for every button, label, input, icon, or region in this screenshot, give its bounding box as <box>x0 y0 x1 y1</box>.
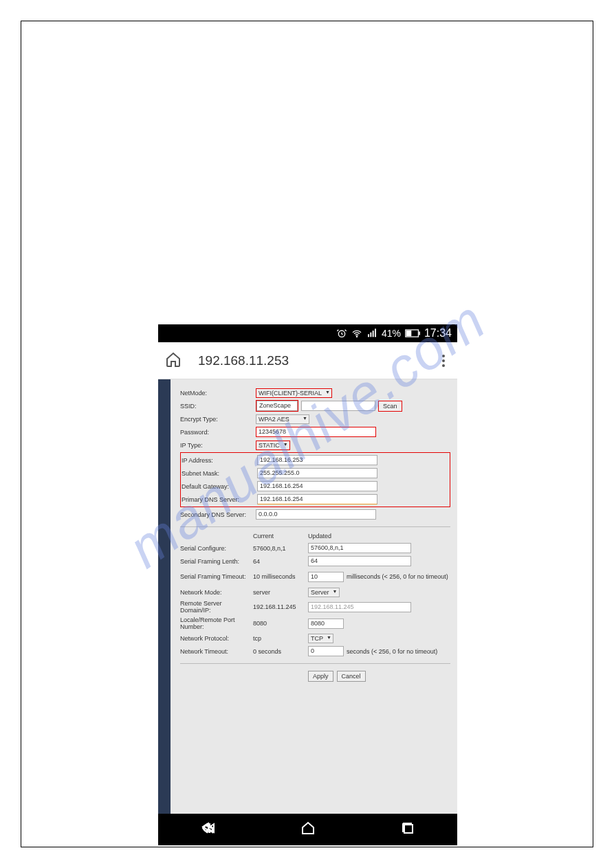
menu-icon[interactable] <box>437 355 450 367</box>
serial-timeout-current: 10 milliseconds <box>253 573 308 580</box>
serial-framing-label: Serial Framing Lenth: <box>180 558 253 565</box>
port-label: Locale/Remote Port Number: <box>180 616 253 630</box>
port-current: 8080 <box>253 620 308 627</box>
dns1-label: Primary DNS Server: <box>182 496 254 503</box>
protocol-label: Network Protocol: <box>180 635 253 642</box>
svg-rect-2 <box>368 334 369 337</box>
svg-point-1 <box>356 336 357 337</box>
phone-frame: 41% 17:34 192.168.11.253 NetMode: WIFI(C… <box>158 324 457 845</box>
serial-framing-current: 64 <box>253 558 308 565</box>
encrypt-label: Encrypt Type: <box>180 416 253 423</box>
gateway-label: Default Gateway: <box>182 483 254 490</box>
password-input[interactable]: 12345678 <box>256 427 376 437</box>
netmode2-current: server <box>253 589 308 596</box>
protocol-select[interactable]: TCP <box>308 634 333 643</box>
iptype-label: IP Type: <box>180 442 253 449</box>
password-label: Password: <box>180 429 253 436</box>
col-updated: Updated <box>308 533 450 539</box>
svg-rect-5 <box>375 329 376 337</box>
netmode-label: NetMode: <box>180 390 253 397</box>
dns1-input[interactable]: 192.168.16.254 <box>257 494 377 504</box>
col-current: Current <box>253 533 308 539</box>
scan-button[interactable]: Scan <box>378 401 402 412</box>
protocol-current: tcp <box>253 635 308 642</box>
port-input[interactable]: 8080 <box>308 619 344 629</box>
ipaddr-input[interactable]: 192.168.16.253 <box>257 455 377 465</box>
dns2-input[interactable]: 0.0.0.0 <box>256 509 376 520</box>
battery-percent: 41% <box>382 328 401 339</box>
svg-rect-7 <box>406 331 412 336</box>
ipaddr-label: IP Address: <box>182 457 254 464</box>
cancel-button[interactable]: Cancel <box>337 671 366 682</box>
back-icon[interactable] <box>200 820 217 839</box>
remote-input[interactable]: 192.168.11.245 <box>308 602 411 612</box>
serial-timeout-label: Serial Framing Timeout: <box>180 573 253 580</box>
gateway-input[interactable]: 192.168.16.254 <box>257 481 377 491</box>
nettimeout-label: Network Timeout: <box>180 648 253 655</box>
serial-timeout-input[interactable]: 10 <box>308 572 344 582</box>
subnet-input[interactable]: 255.255.255.0 <box>257 468 377 478</box>
svg-rect-8 <box>419 331 420 335</box>
apply-button[interactable]: Apply <box>308 671 333 682</box>
svg-rect-3 <box>370 333 371 337</box>
serial-configure-label: Serial Configure: <box>180 545 253 552</box>
status-bar: 41% 17:34 <box>158 324 457 342</box>
home-icon[interactable] <box>165 351 182 370</box>
config-form: NetMode: WIFI(CLIENT)-SERIAL SSID: ZoneS… <box>171 379 457 814</box>
recent-apps-icon[interactable] <box>399 820 416 839</box>
url-input[interactable]: 192.168.11.253 <box>190 348 428 374</box>
encrypt-select[interactable]: WPA2 AES <box>256 414 309 424</box>
serial-configure-current: 57600,8,n,1 <box>253 545 308 552</box>
remote-label: Remote Server Domain/IP: <box>180 600 253 614</box>
wifi-icon <box>351 328 362 339</box>
dns2-label: Secondary DNS Server: <box>180 511 253 518</box>
left-sidebar <box>158 379 171 814</box>
nettimeout-input[interactable]: 0 <box>308 646 344 656</box>
signal-icon <box>366 328 377 339</box>
ssid-label: SSID: <box>180 403 253 410</box>
remote-current: 192.168.11.245 <box>253 603 308 610</box>
clock-time: 17:34 <box>424 327 452 340</box>
nettimeout-suffix: seconds (< 256, 0 for no timeout) <box>347 648 437 655</box>
ssid-input[interactable]: ZoneScape <box>256 401 298 411</box>
subnet-label: Subnet Mask: <box>182 470 254 477</box>
alarm-icon <box>336 328 347 339</box>
browser-bar: 192.168.11.253 <box>158 342 457 379</box>
home-nav-icon[interactable] <box>300 820 316 839</box>
ssid-input-ext[interactable] <box>301 401 375 411</box>
serial-framing-input[interactable]: 64 <box>308 556 411 566</box>
serial-configure-input[interactable]: 57600,8,n,1 <box>308 543 411 553</box>
netmode2-select[interactable]: Server <box>308 588 340 597</box>
svg-rect-9 <box>404 825 413 833</box>
iptype-select[interactable]: STATIC <box>256 441 290 450</box>
battery-icon <box>405 329 420 337</box>
android-nav-bar <box>158 814 457 845</box>
serial-timeout-suffix: milliseconds (< 256, 0 for no timeout) <box>347 573 448 580</box>
netmode2-label: Network Mode: <box>180 589 253 596</box>
nettimeout-current: 0 seconds <box>253 648 308 655</box>
netmode-select[interactable]: WIFI(CLIENT)-SERIAL <box>256 388 332 398</box>
svg-rect-4 <box>373 331 374 337</box>
